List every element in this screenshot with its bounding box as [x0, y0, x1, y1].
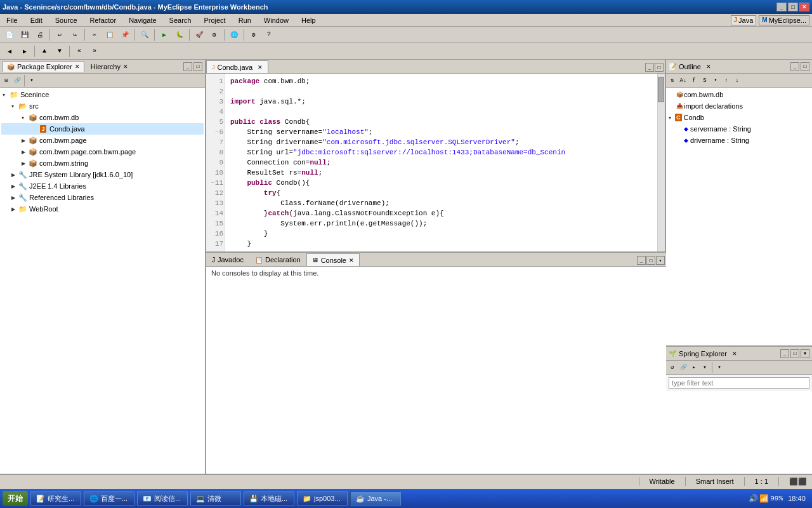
cut-button[interactable]: ✂ — [88, 28, 102, 42]
prev-edit-button[interactable]: « — [72, 44, 86, 58]
settings-button[interactable]: ⚙ — [247, 28, 261, 42]
redo-button[interactable]: ↪ — [68, 28, 82, 42]
editor-scrollbar[interactable] — [657, 74, 665, 251]
maximize-outline[interactable]: □ — [801, 62, 809, 71]
save-button[interactable]: 💾 — [18, 28, 32, 42]
expand-jre[interactable]: ▶ — [11, 172, 18, 178]
tree-item-condb[interactable]: ▶ J Condb.java — [1, 123, 204, 135]
tray-icon-2[interactable]: 📶 — [759, 494, 769, 504]
back-button[interactable]: ◀ — [3, 44, 16, 58]
up-button[interactable]: ▲ — [37, 44, 51, 58]
tree-item-com-bwm-page-long[interactable]: ▶ 📦 com.bwm.page.com.bwm.page — [1, 146, 204, 157]
fields-icon[interactable]: f — [689, 76, 699, 86]
debug-button[interactable]: 🐛 — [173, 28, 187, 42]
outline-field-servername[interactable]: ▶ ◆ servername : String — [667, 123, 811, 135]
tree-item-src[interactable]: ▾ 📂 src — [1, 100, 204, 112]
expand-scenince[interactable]: ▾ — [3, 92, 9, 98]
expand-condb-outline[interactable]: ▾ — [669, 115, 675, 121]
close-hierarchy-tab[interactable]: ✕ — [123, 64, 128, 70]
expand-com-bwm-page[interactable]: ▶ — [22, 138, 28, 144]
spring-expand-icon[interactable]: ▸ — [689, 363, 699, 373]
menu-source[interactable]: Source — [51, 15, 81, 25]
copy-button[interactable]: 📋 — [103, 28, 117, 42]
taskbar-item-5[interactable]: 📁 jsp003... — [297, 491, 348, 505]
close-outline[interactable]: ✕ — [706, 64, 711, 70]
taskbar-item-0[interactable]: 📝 研究生... — [30, 491, 81, 505]
taskbar-item-2[interactable]: 📧 阅读信... — [137, 491, 188, 505]
close-editor-tab[interactable]: ✕ — [258, 64, 263, 70]
close-spring[interactable]: ✕ — [732, 351, 737, 357]
close-button[interactable]: ✕ — [799, 3, 809, 11]
taskbar-item-6[interactable]: ☕ Java -... — [350, 491, 401, 505]
code-editor[interactable]: 1 2 3 4 5 −6 7 8 9 10 −11 12 13 — [206, 74, 665, 251]
maximize-left-panel[interactable]: □ — [193, 62, 202, 71]
undo-button[interactable]: ↩ — [53, 28, 67, 42]
minimize-editor[interactable]: _ — [645, 63, 654, 72]
outline-field-drivername[interactable]: ▶ ◆ drivername : String — [667, 135, 811, 146]
minimize-button[interactable]: _ — [776, 3, 787, 11]
menu-file[interactable]: File — [3, 15, 22, 25]
run-button[interactable]: ▶ — [157, 28, 171, 42]
non-public-icon[interactable]: • — [710, 76, 721, 86]
spring-filter-input[interactable] — [669, 377, 809, 389]
tab-javadoc[interactable]: J Javadoc — [206, 253, 249, 266]
expand-long[interactable]: ▶ — [22, 149, 28, 155]
expand-webroot[interactable]: ▶ — [11, 206, 18, 212]
menu-search[interactable]: Search — [166, 15, 195, 25]
spring-link-icon[interactable]: 🔗 — [678, 363, 688, 373]
maximize-button[interactable]: □ — [788, 3, 798, 11]
help-button[interactable]: ? — [262, 28, 276, 42]
next-edit-button[interactable]: » — [88, 44, 102, 58]
view-bottom[interactable]: ▾ — [656, 256, 665, 265]
perspective-myeclipse[interactable]: M MyEclipse... — [759, 15, 809, 25]
search-button[interactable]: 🔍 — [138, 28, 152, 42]
start-button[interactable]: 开始 — [3, 491, 28, 506]
forward-button[interactable]: ▶ — [18, 44, 32, 58]
menu-refactor[interactable]: Refactor — [86, 15, 121, 25]
collapse-all-outline[interactable]: ↓ — [732, 76, 742, 86]
tab-declaration[interactable]: 📋 Declaration — [249, 253, 306, 266]
spring-refresh-icon[interactable]: ↺ — [667, 363, 678, 373]
expand-string[interactable]: ▶ — [22, 161, 28, 166]
taskbar-item-1[interactable]: 🌐 百度一... — [84, 491, 134, 505]
tree-item-webroot[interactable]: ▶ 📁 WebRoot — [1, 203, 204, 215]
tree-item-jre[interactable]: ▶ 🔧 JRE System Library [jdk1.6.0_10] — [1, 169, 204, 180]
outline-class-condb[interactable]: ▾ C Condb — [667, 112, 811, 123]
expand-all-outline[interactable]: ↑ — [721, 76, 731, 86]
menu-help[interactable]: Help — [298, 15, 320, 25]
expand-j2ee[interactable]: ▶ — [11, 184, 18, 189]
maximize-bottom[interactable]: □ — [646, 256, 655, 265]
collapse-all-icon[interactable]: ⊟ — [1, 76, 11, 86]
tray-icon-1[interactable]: 🔊 — [749, 494, 758, 504]
tree-item-scenince[interactable]: ▾ 📁 Scenince — [1, 89, 204, 100]
browser-button[interactable]: 🌐 — [227, 28, 241, 42]
maximize-editor[interactable]: □ — [655, 63, 664, 72]
deploy-button[interactable]: 🚀 — [192, 28, 206, 42]
menu-project[interactable]: Project — [200, 15, 229, 25]
server-button[interactable]: ⚙ — [207, 28, 221, 42]
close-package-tab[interactable]: ✕ — [75, 64, 80, 70]
close-console-tab[interactable]: ✕ — [349, 257, 354, 264]
paste-button[interactable]: 📌 — [118, 28, 132, 42]
expand-referenced[interactable]: ▶ — [11, 195, 18, 201]
expand-src[interactable]: ▾ — [11, 104, 18, 109]
maximize-spring[interactable]: □ — [790, 349, 799, 358]
menu-navigate[interactable]: Navigate — [125, 15, 160, 25]
static-icon[interactable]: S — [700, 76, 710, 86]
tab-hierarchy[interactable]: Hierarchy ✕ — [87, 62, 132, 72]
perspective-java[interactable]: J Java — [731, 15, 757, 25]
outline-imports[interactable]: 📥 import declarations — [667, 100, 811, 112]
sort-icon[interactable]: ⇅ — [667, 76, 678, 86]
outline-com-bwm-db[interactable]: 📦 com.bwm.db — [667, 89, 811, 100]
minimize-spring[interactable]: _ — [780, 349, 789, 358]
tree-item-com-bwm-page[interactable]: ▶ 📦 com.bwm.page — [1, 135, 204, 146]
down-button[interactable]: ▼ — [53, 44, 67, 58]
expand-com-bwm-db[interactable]: ▾ — [22, 115, 28, 121]
view-menu-icon[interactable]: ▾ — [27, 76, 37, 86]
editor-tab-condb[interactable]: J Condb.java ✕ — [206, 60, 268, 73]
tree-item-j2ee[interactable]: ▶ 🔧 J2EE 1.4 Libraries — [1, 180, 204, 192]
tab-package-explorer[interactable]: 📦 Package Explorer ✕ — [3, 61, 84, 72]
print-button[interactable]: 🖨 — [33, 28, 47, 42]
menu-window[interactable]: Window — [260, 15, 292, 25]
tab-console[interactable]: 🖥 Console ✕ — [306, 253, 360, 266]
